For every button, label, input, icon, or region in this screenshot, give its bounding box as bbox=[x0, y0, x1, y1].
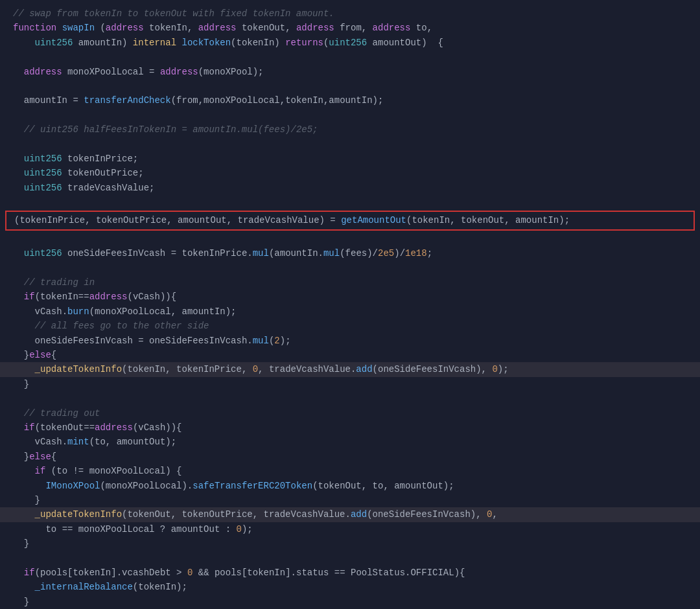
code-line-if-pools: if(pools[tokenIn].vcashDebt > 0 && pools… bbox=[0, 566, 700, 580]
code-line-close-brace-1: } bbox=[0, 377, 700, 391]
code-line-decl-tokenin-price: uint256 tokenInPrice; bbox=[0, 152, 700, 166]
code-line-comment-all-fees: // all fees go to the other side bbox=[0, 319, 700, 333]
code-line-oneside-mul2: oneSideFeesInVcash = oneSideFeesInVcash.… bbox=[0, 334, 700, 348]
code-line-if-to-not: if (to != monoXPoolLocal) { bbox=[0, 464, 700, 478]
code-line-blank-7 bbox=[0, 261, 700, 275]
code-line-imonoxpool: IMonoXPool(monoXPoolLocal).safeTransferE… bbox=[0, 479, 700, 493]
code-line-blank-2 bbox=[0, 79, 700, 93]
code-line-decl-tokenout-price: uint256 tokenOutPrice; bbox=[0, 166, 700, 180]
code-line-close-brace-2: } bbox=[0, 493, 700, 507]
code-line-blank-4 bbox=[0, 137, 700, 152]
code-line-vcash-burn: vCash.burn(monoXPoolLocal, amountIn); bbox=[0, 304, 700, 319]
code-line-blank-1 bbox=[0, 50, 700, 64]
code-line-blank-6 bbox=[0, 232, 700, 246]
code-line-else-open2: }else{ bbox=[0, 450, 700, 464]
code-line-func-sig2: uint256 amountIn) internal lockToken(tok… bbox=[0, 36, 700, 50]
code-line-oneside-fees: uint256 oneSideFeesInVcash = tokenInPric… bbox=[0, 246, 700, 260]
code-line-comment-fees: // uint256 halfFeesInTokenIn = amountIn.… bbox=[0, 122, 700, 137]
code-line-update-token-info-1: _updateTokenInfo(tokenIn, tokenInPrice, … bbox=[0, 362, 700, 376]
code-line-else-open: }else{ bbox=[0, 348, 700, 362]
code-line-close-brace-4: } bbox=[0, 595, 700, 609]
code-line-comment-trading-out: // trading out bbox=[0, 406, 700, 420]
code-line-vcash-mint: vCash.mint(to, amountOut); bbox=[0, 435, 700, 449]
code-line-close-brace-3: } bbox=[0, 536, 700, 551]
code-line-if-tokenout: if(tokenOut==address(vCash)){ bbox=[0, 420, 700, 435]
code-line-blank-5 bbox=[0, 195, 700, 209]
code-line-blank-3 bbox=[0, 108, 700, 122]
code-line-comment-trading-in: // trading in bbox=[0, 275, 700, 290]
code-line-monox-local: address monoXPoolLocal = address(monoXPo… bbox=[0, 65, 700, 79]
code-line-transfer: amountIn = transferAndCheck(from,monoXPo… bbox=[0, 93, 700, 108]
code-line-get-amount-out-highlighted: (tokenInPrice, tokenOutPrice, amountOut,… bbox=[5, 211, 695, 230]
code-line-blank-9 bbox=[0, 551, 700, 565]
code-editor: // swap from tokenIn to tokenOut with fi… bbox=[0, 0, 700, 609]
code-line-comment-swap: // swap from tokenIn to tokenOut with fi… bbox=[0, 6, 700, 21]
code-line-update-token-info-2-l1: _updateTokenInfo(tokenOut, tokenOutPrice… bbox=[0, 507, 700, 522]
code-line-if-tokenin: if(tokenIn==address(vCash)){ bbox=[0, 290, 700, 304]
code-line-update-token-info-2-l2: to == monoXPoolLocal ? amountOut : 0); bbox=[0, 522, 700, 536]
code-line-internal-rebalance: _internalRebalance(tokenIn); bbox=[0, 580, 700, 594]
code-line-decl-trade-vcash: uint256 tradeVcashValue; bbox=[0, 181, 700, 195]
code-line-func-sig1: function swapIn (address tokenIn, addres… bbox=[0, 21, 700, 35]
code-line-blank-8 bbox=[0, 391, 700, 406]
